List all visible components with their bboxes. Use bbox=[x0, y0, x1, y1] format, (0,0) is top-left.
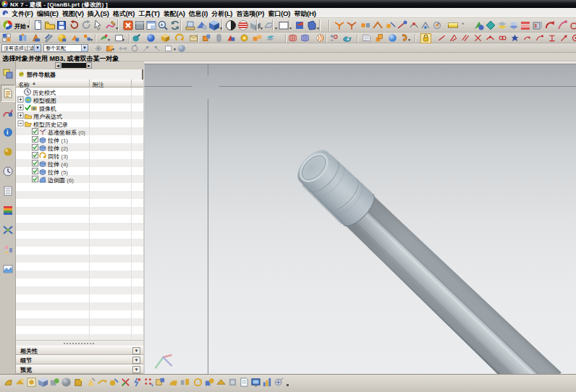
svg-text:3: 3 bbox=[534, 23, 537, 28]
svg-text:i: i bbox=[7, 129, 9, 136]
svg-text:+: + bbox=[161, 22, 164, 27]
